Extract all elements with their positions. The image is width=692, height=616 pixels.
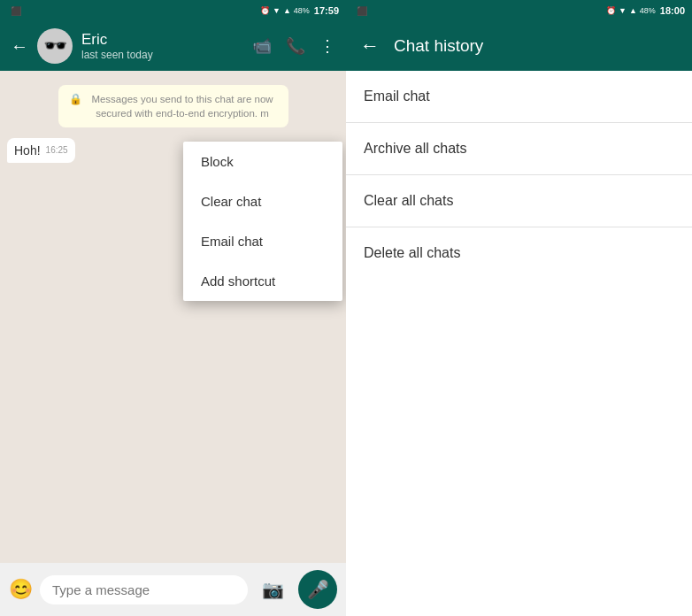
screenshot-icon-right: ⬛: [357, 6, 367, 16]
input-bar: 😊 📷 🎤: [0, 563, 346, 616]
encryption-notice: 🔒 Messages you send to this chat are now…: [58, 85, 288, 127]
battery-right: 48%: [640, 6, 656, 15]
message-text-1: Hoh!: [14, 143, 41, 158]
time-left: 17:59: [314, 5, 339, 16]
encryption-text: Messages you send to this chat are now s…: [88, 92, 278, 120]
clock-icon-right: ⏰: [606, 6, 616, 15]
lock-icon: 🔒: [69, 92, 82, 107]
mic-button[interactable]: 🎤: [298, 570, 337, 609]
message-time-1: 16:25: [46, 145, 68, 155]
wifi-icon-right: ▲: [629, 6, 637, 15]
menu-list: Email chat Archive all chats Clear all c…: [346, 71, 692, 616]
menu-item-email-chat[interactable]: Email chat: [346, 71, 692, 123]
more-options-button[interactable]: ⋮: [319, 36, 335, 56]
mic-icon: 🎤: [307, 579, 329, 600]
message-input[interactable]: [40, 575, 248, 604]
video-call-button[interactable]: 📹: [252, 36, 272, 56]
contact-name: Eric: [81, 31, 243, 49]
time-right: 18:00: [660, 5, 685, 16]
screenshot-icon: ⬛: [11, 6, 21, 16]
message-incoming: Hoh! 16:25: [7, 138, 75, 163]
signal-icon: ▼: [273, 6, 281, 15]
dropdown-menu: Block Clear chat Email chat Add shortcut: [183, 142, 342, 301]
avatar[interactable]: 🕶️: [37, 28, 73, 64]
battery-left: 48%: [294, 6, 310, 15]
menu-item-delete-all[interactable]: Delete all chats: [346, 227, 692, 279]
dropdown-block[interactable]: Block: [183, 142, 342, 181]
dropdown-add-shortcut[interactable]: Add shortcut: [183, 261, 342, 301]
dropdown-email-chat[interactable]: Email chat: [183, 221, 342, 261]
signal-icon-right: ▼: [619, 6, 627, 15]
status-bar-right: ⬛ ⏰ ▼ ▲ 48% 18:00: [346, 0, 692, 21]
header-icons: 📹 📞 ⋮: [252, 36, 335, 56]
call-button[interactable]: 📞: [286, 36, 305, 56]
emoji-button[interactable]: 😊: [9, 578, 33, 601]
chat-history-title: Chat history: [394, 36, 483, 56]
menu-item-archive-all[interactable]: Archive all chats: [346, 123, 692, 175]
contact-status: last seen today: [81, 49, 243, 61]
camera-button[interactable]: 📷: [255, 575, 291, 604]
menu-item-clear-all[interactable]: Clear all chats: [346, 175, 692, 227]
chat-header: ← 🕶️ Eric last seen today 📹 📞 ⋮: [0, 21, 346, 71]
back-button[interactable]: ←: [11, 36, 28, 57]
wifi-icon: ▲: [283, 6, 291, 15]
chat-area: 🔒 Messages you send to this chat are now…: [0, 71, 346, 563]
chat-history-header: ← Chat history: [346, 21, 692, 71]
left-panel: ⬛ ⏰ ▼ ▲ 48% 17:59 ← 🕶️ Eric last seen to…: [0, 0, 346, 616]
contact-info: Eric last seen today: [81, 31, 243, 61]
clock-icon: ⏰: [260, 6, 270, 15]
chat-history-back-button[interactable]: ←: [360, 35, 380, 58]
right-panel: ⬛ ⏰ ▼ ▲ 48% 18:00 ← Chat history Email c…: [346, 0, 692, 616]
status-bar-left: ⬛ ⏰ ▼ ▲ 48% 17:59: [0, 0, 346, 21]
dropdown-clear-chat[interactable]: Clear chat: [183, 181, 342, 221]
